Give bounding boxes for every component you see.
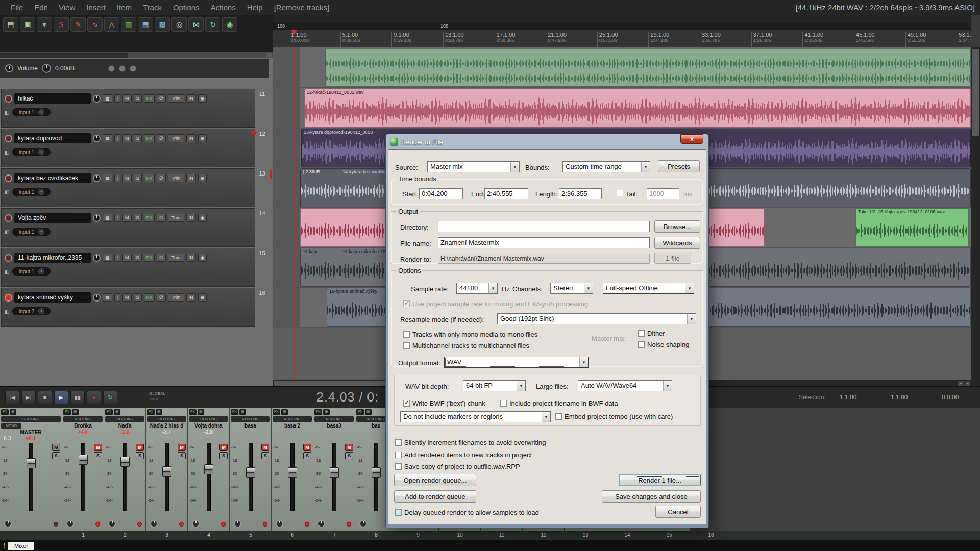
trim-button[interactable]: Trim <box>168 174 184 182</box>
mute-button[interactable]: M <box>122 214 132 222</box>
use-project-samplerate-checkbox[interactable] <box>403 300 410 307</box>
fx-button[interactable]: FX <box>144 214 155 222</box>
fader-handle[interactable] <box>162 466 172 477</box>
io-icon[interactable]: ▦ <box>156 409 162 415</box>
input-fx-button[interactable]: IN <box>186 134 196 142</box>
solo-button[interactable]: S <box>178 452 186 459</box>
monitor-button[interactable]: ◉ <box>198 134 207 142</box>
mixer-strip-na-a-2-hlas-d[interactable]: FX▦ROUTINGNaďa 2 hlas d-3.7-6--18--30--4… <box>146 408 188 531</box>
routing-button[interactable]: ROUTING <box>147 416 186 422</box>
dither-checkbox[interactable] <box>638 330 645 337</box>
menu-file[interactable]: File <box>5 2 29 13</box>
markers-select[interactable]: Do not include markers or regions▼ <box>400 411 551 422</box>
media-item[interactable] <box>325 49 971 87</box>
fader-track[interactable] <box>81 443 85 511</box>
record-arm-indicator[interactable] <box>137 522 142 527</box>
menu-remove-tracks[interactable]: [Remove tracks] <box>268 2 335 13</box>
fader-handle[interactable] <box>372 467 381 478</box>
monitor-button[interactable]: ◉ <box>198 94 207 103</box>
input-selector[interactable]: Input 1▼ <box>12 267 51 276</box>
pan-knob[interactable] <box>317 520 325 528</box>
fx-button[interactable]: FX <box>189 409 197 415</box>
global-automation[interactable]: GLOBALnone <box>149 391 165 402</box>
menu-help[interactable]: Help <box>241 2 268 13</box>
mixer-view-icon[interactable]: ▥ <box>121 17 136 32</box>
fx-button[interactable]: FX <box>314 409 322 415</box>
media-item[interactable]: Take 1/2: 15-Vojta zpěv-190412_0106.wav <box>855 208 969 247</box>
track-name[interactable]: hrkač <box>14 93 91 104</box>
fx-button[interactable]: FX <box>144 254 155 262</box>
mute-button[interactable]: M <box>303 444 311 451</box>
route-button[interactable]: ▦ <box>103 254 112 262</box>
grid-settings-icon[interactable]: ▦ <box>138 17 153 32</box>
fader-handle[interactable] <box>27 458 36 468</box>
record-arm-indicator[interactable] <box>179 522 184 527</box>
io-icon[interactable]: ▦ <box>239 409 246 415</box>
render-button[interactable]: Render 1 file... <box>619 474 701 486</box>
end-input[interactable]: 2:40.555 <box>484 188 528 199</box>
lasso-select-icon[interactable]: ✎ <box>70 17 86 32</box>
pan-knob[interactable] <box>150 520 158 528</box>
save-changes-close-button[interactable]: Save changes and close <box>602 490 701 503</box>
io-icon[interactable]: ▦ <box>114 409 120 415</box>
mixer-strip-basa3[interactable]: FX▦ROUTINGbasa3-6--18--30--42--54-MS <box>313 408 355 531</box>
menu-item[interactable]: Item <box>111 2 137 13</box>
record-arm-indicator[interactable] <box>347 522 351 527</box>
fader-handle[interactable] <box>120 457 130 467</box>
render-speed-select[interactable]: Full-speed Offline▼ <box>603 283 694 294</box>
trim-button[interactable]: Trim <box>168 214 184 222</box>
record-arm-button[interactable] <box>5 95 12 103</box>
tail-checkbox[interactable] <box>617 190 623 196</box>
mute-button[interactable]: M <box>261 444 270 451</box>
menu-edit[interactable]: Edit <box>29 2 53 13</box>
fx-button[interactable]: FX <box>144 94 155 103</box>
source-select[interactable]: Master mix▼ <box>427 161 520 172</box>
record-arm-indicator[interactable] <box>221 522 226 527</box>
input-selector[interactable]: Input 1▼ <box>12 188 51 196</box>
solo-button[interactable]: S <box>134 214 142 222</box>
volume-knob[interactable] <box>93 135 101 142</box>
phase-button[interactable]: ∅ <box>157 94 166 103</box>
noise-shaping-checkbox[interactable] <box>638 341 645 348</box>
add-rendered-checkbox[interactable] <box>395 452 402 458</box>
fx-button[interactable]: FX <box>1 409 9 415</box>
region-marker[interactable]: 100 <box>440 23 448 29</box>
mute-button[interactable]: M <box>122 134 132 142</box>
routing-button[interactable]: ROUTING <box>314 416 354 422</box>
wildcards-button[interactable]: Wildcards <box>654 237 700 249</box>
monitor-button[interactable]: ◉ <box>198 254 207 262</box>
fader-handle[interactable] <box>204 464 213 474</box>
fader-track[interactable] <box>207 443 211 511</box>
bounds-select[interactable]: Custom time range▼ <box>562 161 650 172</box>
monitor-button[interactable]: ◉ <box>198 174 207 182</box>
mute-button[interactable]: M <box>219 444 228 451</box>
phase-button[interactable]: ∅ <box>157 254 166 262</box>
phase-button[interactable]: ∅ <box>157 214 166 222</box>
sample-rate-select[interactable]: 44100▼ <box>456 283 498 294</box>
menu-actions[interactable]: Actions <box>205 2 241 13</box>
fx-button[interactable]: FX <box>105 409 113 415</box>
solo-button[interactable]: S <box>134 134 142 142</box>
envelope-button[interactable]: ! <box>114 94 121 103</box>
metronome-icon[interactable]: △ <box>104 17 119 32</box>
fx-button[interactable]: FX <box>63 409 71 415</box>
pan-knob[interactable] <box>276 520 283 528</box>
directory-input[interactable] <box>438 221 650 232</box>
io-icon[interactable]: ▦ <box>365 409 372 415</box>
envelope-button[interactable]: ! <box>114 134 121 142</box>
edit-cursor-marker[interactable] <box>291 30 297 35</box>
solo-button[interactable]: S <box>94 452 102 459</box>
play-button[interactable]: ▶ <box>54 391 68 404</box>
pause-button[interactable]: ▮▮ <box>70 391 85 404</box>
menu-track[interactable]: Track <box>137 2 167 13</box>
menu-options[interactable]: Options <box>167 2 205 13</box>
route-button[interactable]: ▦ <box>103 293 112 302</box>
pan-knob[interactable] <box>108 520 116 528</box>
input-selector[interactable]: Input 1▼ <box>12 108 51 116</box>
track-name[interactable]: Vojta zpěv <box>14 213 91 223</box>
tail-input[interactable]: 1000 <box>647 188 679 199</box>
input-fx-button[interactable]: IN <box>186 214 196 222</box>
record-arm-indicator[interactable] <box>95 522 100 527</box>
solo-button[interactable]: S <box>345 452 353 459</box>
solo-button[interactable]: S <box>303 452 311 459</box>
